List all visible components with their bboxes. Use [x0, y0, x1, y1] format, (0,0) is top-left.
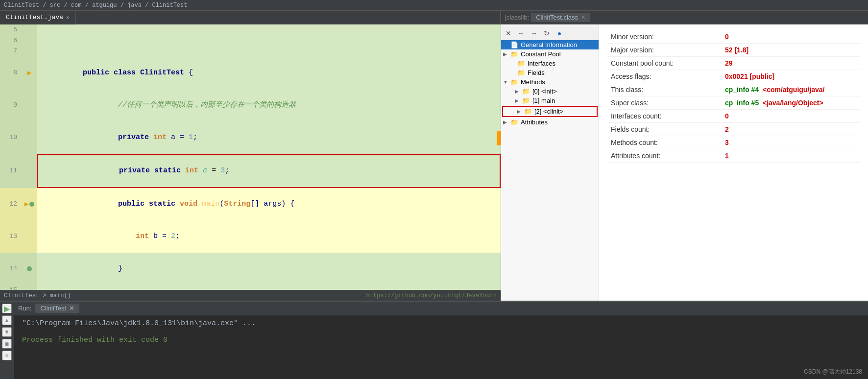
- breadcrumb-text: ClinitTest / src / com / atguigu / java …: [4, 2, 187, 9]
- jclasslib-tree-panel: ✕ ← → ↻ ● 📄 General Information 📁 Consta…: [501, 24, 599, 301]
- gutter-11: [22, 154, 37, 188]
- tree-item-fields[interactable]: 📁 Fields: [501, 68, 599, 77]
- code-line-13: 13 int b = 2;: [0, 220, 501, 253]
- info-val-interfaces-count: 0: [721, 110, 860, 123]
- line-num-14: 14: [0, 253, 22, 285]
- jclasslib-tab-close-icon[interactable]: ✕: [581, 14, 585, 21]
- line-content-12: public static void main(String[] args) {: [37, 188, 501, 220]
- code-line-8: 8 ▶ public class ClinitTest {: [0, 57, 501, 89]
- gutter-6: [22, 35, 37, 46]
- info-row-interfaces-count: Interfaces count: 0: [607, 110, 860, 123]
- toolbar-close-btn[interactable]: ✕: [503, 28, 514, 39]
- info-label-attributes-count: Attributes count:: [607, 149, 721, 163]
- breakpoint-arrow-8: ▶: [27, 68, 31, 78]
- tree-item-interfaces[interactable]: 📁 Interfaces: [501, 59, 599, 68]
- jclasslib-tab-clinittest[interactable]: ClinitTest.class ✕: [531, 13, 590, 22]
- line-num-11: 11: [0, 154, 22, 188]
- info-val-access-flags: 0x0021 [public]: [721, 70, 860, 83]
- line-content-7: [37, 46, 501, 57]
- line-content-9: //任何一个类声明以后，内部至少存在一个类的构造器: [37, 89, 501, 121]
- editor-tab-clinittest[interactable]: ClinitTest.java ✕: [0, 11, 76, 24]
- jclasslib-panel: jclasslib: ClinitTest.class ✕ ✕ ← → ↻ ●: [501, 11, 868, 301]
- code-area[interactable]: 5 6 7 8 ▶: [0, 24, 501, 290]
- code-line-12: 12 ▶ public static void main(String[] ar…: [0, 188, 501, 220]
- info-row-access-flags: Access flags: 0x0021 [public]: [607, 70, 860, 83]
- tree-item-method-init[interactable]: 📁 [0] <init>: [501, 87, 599, 96]
- info-label-super-class: Super class:: [607, 96, 721, 110]
- tree-folder-general-icon: 📄: [510, 42, 519, 48]
- info-row-minor-version: Minor version: 0: [607, 30, 860, 44]
- tree-arrow-method-init: [515, 89, 522, 94]
- line-num-6: 6: [0, 35, 22, 46]
- tree-folder-interfaces-icon: 📁: [517, 60, 526, 67]
- run-play-btn[interactable]: ▶: [2, 304, 12, 313]
- run-align-btn[interactable]: ≡: [2, 351, 12, 360]
- info-val-fields-count: 2: [721, 123, 860, 136]
- gutter-14: [22, 253, 37, 285]
- line-content-15: [37, 285, 501, 290]
- gutter-9: [22, 89, 37, 121]
- toolbar-back-btn[interactable]: ←: [516, 28, 527, 39]
- jclasslib-content: ✕ ← → ↻ ● 📄 General Information 📁 Consta…: [501, 24, 868, 301]
- tree-item-method-main-label: [1] main: [532, 97, 555, 104]
- info-val-major-version: 52 [1.8]: [721, 44, 860, 57]
- info-row-constant-pool-count: Constant pool count: 29: [607, 57, 860, 70]
- tree-item-interfaces-label: Interfaces: [528, 60, 555, 67]
- tree-item-method-main[interactable]: 📁 [1] main: [501, 96, 599, 105]
- editor-status-left: ClinitTest > main(): [4, 292, 71, 299]
- tree-item-attributes[interactable]: 📁 Attributes: [501, 118, 599, 127]
- run-area: ▶ ▲ ▼ ■ ≡ Run: ClinitTest ✕ "C:\Program …: [0, 302, 868, 379]
- editor-panel: ClinitTest.java ✕ 5 6 7: [0, 11, 501, 301]
- tree-arrow-constant-pool: [503, 51, 510, 57]
- code-line-10: 10 private int a = 1;: [0, 121, 501, 154]
- run-controls: ▶ ▲ ▼ ■ ≡: [0, 302, 14, 379]
- csdn-watermark: CSDN @高大帅12138: [804, 367, 862, 376]
- run-output-line1: "C:\Program Files\Java\jdk1.8.0_131\bin\…: [22, 319, 860, 328]
- code-line-11: 11 private static int c = 3;: [0, 154, 501, 188]
- code-line-9: 9 //任何一个类声明以后，内部至少存在一个类的构造器: [0, 89, 501, 121]
- tree-item-methods-label: Methods: [521, 78, 545, 86]
- info-val-this-class: cp_info #4 <com/atguigu/java/: [721, 83, 860, 96]
- tree-item-general[interactable]: 📄 General Information: [501, 40, 599, 49]
- tree-item-method-clinit[interactable]: 📁 [2] <clinit>: [502, 106, 598, 117]
- line-num-10: 10: [0, 121, 22, 154]
- jclasslib-info-panel: Minor version: 0 Major version: 52 [1.8]…: [599, 24, 868, 301]
- gutter-7: [22, 46, 37, 57]
- info-row-methods-count: Methods count: 3: [607, 136, 860, 149]
- run-stop-btn[interactable]: ■: [2, 339, 12, 349]
- line-num-13: 13: [0, 220, 22, 253]
- toolbar-refresh-btn[interactable]: ↻: [541, 28, 552, 39]
- editor-tab-close-icon[interactable]: ✕: [66, 14, 70, 21]
- tree-folder-fields-icon: 📁: [517, 70, 526, 76]
- line-content-11: private static int c = 3;: [37, 154, 501, 188]
- breadcrumb-bar: ClinitTest / src / com / atguigu / java …: [0, 0, 868, 11]
- jclasslib-tab-prefix: jclasslib:: [505, 14, 529, 21]
- line-num-5: 5: [0, 24, 22, 35]
- tree-arrow-methods: [503, 79, 510, 85]
- tree-folder-attributes-icon: 📁: [510, 119, 519, 126]
- gutter-15: [22, 285, 37, 290]
- line-num-8: 8: [0, 57, 22, 89]
- run-tab-clinittest[interactable]: ClinitTest ✕: [35, 304, 79, 313]
- run-scroll-up-btn[interactable]: ▲: [2, 315, 12, 325]
- editor-status-bar: ClinitTest > main() https://github.com/y…: [0, 290, 501, 301]
- info-row-attributes-count: Attributes count: 1: [607, 149, 860, 163]
- tree-arrow-method-main: [515, 98, 522, 103]
- line-content-5: [37, 24, 501, 35]
- run-scroll-down-btn[interactable]: ▼: [2, 327, 12, 337]
- toolbar-info-btn[interactable]: ●: [554, 28, 565, 39]
- toolbar-forward-btn[interactable]: →: [529, 28, 539, 39]
- tree-item-constant-pool-label: Constant Pool: [521, 50, 561, 58]
- info-val-constant-pool-count: 29: [721, 57, 860, 70]
- tree-folder-constant-pool-icon: 📁: [510, 51, 519, 58]
- info-label-interfaces-count: Interfaces count:: [607, 110, 721, 123]
- code-line-7: 7: [0, 46, 501, 57]
- gutter-5: [22, 24, 37, 35]
- tree-item-constant-pool[interactable]: 📁 Constant Pool: [501, 49, 599, 59]
- jclasslib-tab-bar: jclasslib: ClinitTest.class ✕: [501, 11, 868, 24]
- tree-item-methods[interactable]: 📁 Methods: [501, 77, 599, 87]
- run-output-line2: Process finished with exit code 0: [22, 336, 860, 344]
- tree-folder-method-clinit-icon: 📁: [524, 108, 532, 115]
- run-tab-close-icon[interactable]: ✕: [69, 305, 74, 312]
- info-label-major-version: Major version:: [607, 44, 721, 57]
